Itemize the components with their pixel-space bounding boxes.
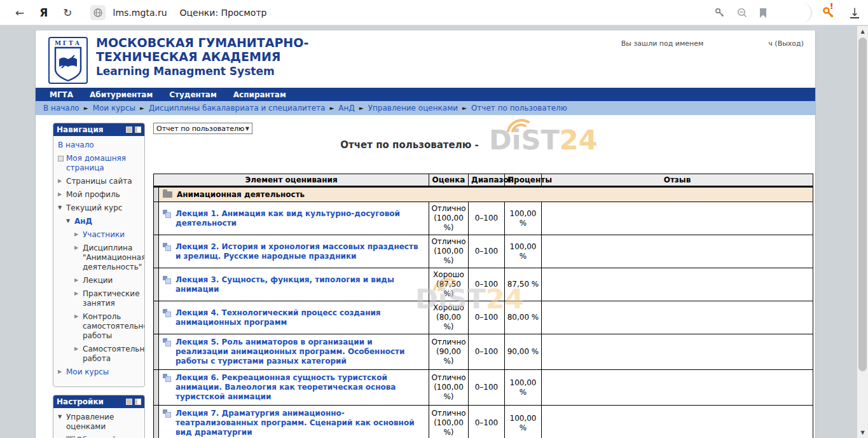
column-header: Отзыв [542,174,813,187]
breadcrumb-link[interactable]: В начало [43,104,79,113]
bookmark-icon[interactable] [759,8,768,18]
sidebar-item-label: Текущий курс [66,203,122,213]
vertical-scrollbar[interactable]: ▲ ▼ [857,26,868,438]
password-key-icon[interactable] [714,7,726,18]
sidebar-item[interactable]: ▶Самостоятельная работа [58,345,142,364]
grade-percent: (100,00 %) [431,247,467,266]
scroll-down-icon[interactable]: ▼ [857,430,868,435]
sidebar-item[interactable]: Моя домашняя страница [58,154,142,173]
grade-item-name-cell: Лекция 6. Рекреационная сущность туристс… [159,370,429,406]
browser-toolbar: ← Я ↻ lms.mgta.ru Оценки: Просмотр [0,0,868,25]
grade-value-cell: Отлично(100,00 %) [429,370,469,406]
range-value-cell: 0–100 [469,406,505,438]
site-title-line1: МОСКОВСКАЯ ГУМАНИТАРНО- [96,36,308,50]
lesson-icon [163,276,171,284]
grade-item-name-cell: Лекция 4. Технологический процесс создан… [159,301,429,334]
site-title-line2: ТЕХНИЧЕСКАЯ АКАДЕМИЯ [96,50,308,64]
block-dock-icon[interactable] [135,399,141,405]
range-value-cell: 0–100 [469,301,505,334]
scroll-up-icon[interactable]: ▲ [857,29,868,34]
feedback-cell [542,334,813,370]
grade-item-link[interactable]: Лекция 5. Роль аниматоров в организации … [176,338,425,366]
breadcrumb-separator-icon: ► [329,105,334,111]
percent-value-cell: 100,00 % [505,202,542,235]
sidebar-item-label: Обзорный отчет [76,435,142,438]
sidebar-item[interactable]: ▶Дисциплина "Анимационная деятельность" [58,243,142,272]
grade-value-cell: Отлично(100,00 %) [429,406,469,438]
collapsed-icon: ▶ [74,243,83,252]
sidebar-item[interactable]: ▼Текущий курс [58,203,142,213]
indent-cell [154,370,159,406]
breadcrumb-separator-icon: ► [462,105,467,111]
navigation-block-body: В началоМоя домашняя страница▶Страницы с… [53,136,144,387]
grade-item-link[interactable]: Лекция 4. Технологический процесс создан… [176,308,425,327]
scrollbar-thumb[interactable] [858,38,867,371]
grade-row: Лекция 3. Сущность, функция, типология и… [154,268,813,301]
back-icon[interactable]: ← [15,6,24,19]
block-collapse-icon[interactable] [126,127,132,133]
yandex-browser-icon[interactable]: Я [39,6,48,19]
grade-word: Отлично [431,373,467,383]
sidebar-item[interactable]: В начало [58,140,142,150]
breadcrumb-separator-icon: ► [84,105,88,111]
download-icon[interactable]: ↓ [850,8,859,18]
grade-item-link[interactable]: Лекция 2. История и хронология массовых … [176,242,425,261]
breadcrumb-link[interactable]: Управление оценками [368,104,458,113]
grade-item-link[interactable]: Лекция 1. Анимация как вид культурно-дос… [176,209,425,228]
grade-row: Лекция 6. Рекреационная сущность туристс… [154,370,813,406]
reload-icon[interactable]: ↻ [63,6,72,19]
main-region: Отчет по пользователю ▼ Отчет по пользов… [153,123,815,438]
sidebar-item[interactable]: Обзорный отчет [58,435,142,438]
breadcrumb-link[interactable]: АнД [338,104,354,113]
grade-item-link[interactable]: Лекция 7. Драматургия анимационно-театра… [176,409,425,437]
grade-item-name-cell: Лекция 2. История и хронология массовых … [159,235,429,268]
breadcrumb-link[interactable]: Отчет по пользователю [471,104,567,113]
sidebar-item[interactable]: ▶Практические занятия [58,289,142,308]
block-collapse-icon[interactable] [126,399,132,405]
grade-item-name-cell: Лекция 3. Сущность, функция, типология и… [159,268,429,301]
sidebar-item[interactable]: ▶Страницы сайта [58,177,142,186]
login-prefix: Вы зашли под именем [621,39,704,48]
grade-item-link[interactable]: Лекция 3. Сущность, функция, типология и… [176,275,425,294]
sidebar-item-label: Контроль самостоятельной работы [83,312,145,341]
site-globe-icon[interactable] [90,5,106,20]
collapsed-icon: ▶ [58,190,66,199]
sidebar-item[interactable]: ▼АнД [58,217,142,226]
sidebar-item[interactable]: ▼Управление оценками [58,413,142,432]
grade-percent: (80,00 %) [431,313,467,332]
column-header: Оценка [429,174,469,187]
sidebar-item[interactable]: ▶Мой профиль [58,190,142,200]
login-info: Вы зашли под именем ч (Выход) [621,39,804,48]
breadcrumb-link[interactable]: Дисциплины бакалавриата и специалитета [149,104,326,113]
top-menu-item[interactable]: Студентам [169,90,217,99]
zoom-out-icon[interactable] [736,7,748,18]
address-url[interactable]: lms.mgta.ru [113,8,167,18]
collapsed-icon: ▶ [74,312,83,321]
sidebar-item-label: Самостоятельная работа [83,345,145,364]
site-title-line3: Learning Managment System [96,64,308,79]
feedback-cell [542,202,813,235]
block-dock-icon[interactable] [135,127,141,133]
password-manager-extension-icon[interactable]: ! [822,6,834,19]
percent-value-cell: 80,00 % [505,301,542,334]
logout-link[interactable]: ч (Выход) [768,39,804,48]
report-type-select[interactable]: Отчет по пользователю ▼ [153,123,252,134]
top-menu-item[interactable]: Аспирантам [233,90,286,99]
range-value-cell: 0–100 [469,268,505,301]
sidebar-item-label: Практические занятия [83,289,142,308]
collapsed-icon: ▶ [58,367,66,376]
top-menu-item[interactable]: МГТА [50,90,73,99]
top-menu-item[interactable]: Абитуриентам [90,90,153,99]
sidebar-item[interactable]: ▶Мои курсы [58,367,142,377]
academy-logo[interactable]: МГТА [48,37,88,84]
sidebar-item[interactable]: ▶Контроль самостоятельной работы [58,312,142,341]
column-header: Проценты [505,174,542,187]
settings-block-body: ▼Управление оценкамиОбзорный отчетОтчет … [53,408,144,438]
sidebar-item-label: Участники [83,230,125,240]
grade-item-link[interactable]: Лекция 6. Рекреационная сущность туристс… [176,373,425,402]
sidebar-item[interactable]: ▶Участники [58,230,142,240]
breadcrumb-link[interactable]: Мои курсы [93,104,135,113]
grade-word: Отлично [431,338,467,347]
sidebar-item[interactable]: ▶Лекции [58,276,142,285]
collapsed-icon: ▶ [74,276,83,285]
